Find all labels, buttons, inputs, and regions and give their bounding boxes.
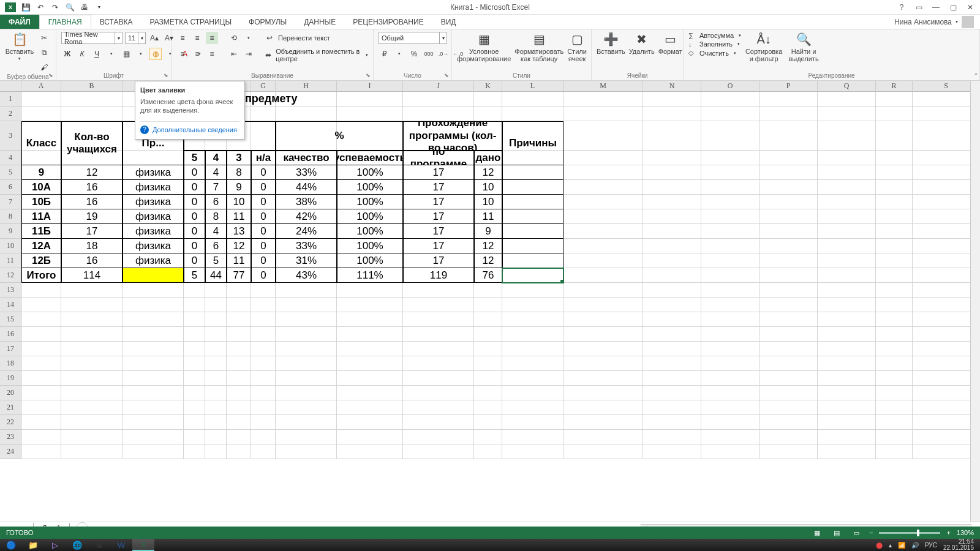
cell[interactable] bbox=[701, 444, 760, 459]
row-header[interactable]: 13 bbox=[0, 283, 21, 298]
table-cell[interactable]: физика bbox=[123, 224, 184, 239]
cell[interactable] bbox=[760, 283, 818, 298]
cell[interactable] bbox=[564, 224, 643, 239]
tab-file[interactable]: ФАЙЛ bbox=[0, 15, 39, 29]
cell[interactable] bbox=[643, 209, 701, 224]
increase-decimal-icon[interactable]: .0→ bbox=[437, 48, 450, 60]
cell[interactable] bbox=[205, 444, 227, 459]
cell[interactable] bbox=[123, 312, 184, 327]
cell[interactable] bbox=[760, 415, 818, 430]
cell[interactable] bbox=[760, 327, 818, 342]
cell[interactable] bbox=[818, 253, 876, 268]
table-cell[interactable]: 17 bbox=[61, 224, 123, 239]
cell[interactable] bbox=[21, 400, 61, 415]
cell[interactable] bbox=[701, 268, 760, 283]
cell[interactable] bbox=[205, 356, 227, 371]
cell[interactable] bbox=[876, 400, 913, 415]
cell[interactable] bbox=[337, 400, 403, 415]
cell[interactable] bbox=[403, 298, 474, 312]
cell[interactable] bbox=[276, 298, 337, 312]
table-cell[interactable]: 8 bbox=[205, 209, 227, 224]
cell[interactable] bbox=[502, 342, 564, 356]
cell[interactable] bbox=[818, 224, 876, 239]
table-cell[interactable]: 4 bbox=[205, 165, 227, 180]
cell[interactable] bbox=[21, 386, 61, 400]
cell[interactable] bbox=[205, 342, 227, 356]
cell[interactable] bbox=[643, 165, 701, 180]
table-cell[interactable]: 12 bbox=[474, 239, 502, 253]
cell[interactable] bbox=[21, 283, 61, 298]
cell[interactable] bbox=[876, 444, 913, 459]
table-cell[interactable]: 6 bbox=[205, 195, 227, 209]
table-cell[interactable]: 16 bbox=[61, 180, 123, 195]
maximize-icon[interactable]: ▢ bbox=[947, 1, 959, 13]
cell[interactable] bbox=[227, 415, 251, 430]
table-cell[interactable]: 17 bbox=[403, 224, 474, 239]
row-header[interactable]: 18 bbox=[0, 356, 21, 371]
increase-indent-icon[interactable]: ⇥ bbox=[243, 48, 255, 60]
cell[interactable] bbox=[643, 430, 701, 444]
cell[interactable] bbox=[502, 107, 564, 121]
cell[interactable] bbox=[205, 298, 227, 312]
cell[interactable] bbox=[760, 386, 818, 400]
row-header[interactable]: 8 bbox=[0, 209, 21, 224]
row-header[interactable]: 12 bbox=[0, 268, 21, 283]
table-cell[interactable]: 33% bbox=[276, 239, 337, 253]
cell[interactable] bbox=[564, 298, 643, 312]
cell[interactable] bbox=[564, 386, 643, 400]
find-select-button[interactable]: 🔍Найти и выделить bbox=[786, 32, 821, 62]
cell[interactable] bbox=[251, 386, 276, 400]
cell[interactable] bbox=[276, 386, 337, 400]
cell[interactable] bbox=[701, 342, 760, 356]
table-total-cell[interactable]: 5 bbox=[184, 268, 205, 283]
cell[interactable] bbox=[403, 371, 474, 386]
cell[interactable] bbox=[251, 298, 276, 312]
row-header[interactable]: 16 bbox=[0, 327, 21, 342]
row-header[interactable]: 9 bbox=[0, 224, 21, 239]
cell[interactable] bbox=[403, 444, 474, 459]
cell[interactable] bbox=[123, 400, 184, 415]
cell[interactable] bbox=[876, 151, 913, 165]
cell[interactable] bbox=[184, 298, 205, 312]
increase-font-icon[interactable]: A▴ bbox=[148, 32, 160, 44]
cell[interactable] bbox=[337, 371, 403, 386]
cell[interactable] bbox=[251, 312, 276, 327]
cell[interactable] bbox=[643, 195, 701, 209]
percent-icon[interactable]: % bbox=[408, 48, 420, 60]
table-header[interactable]: Кол-во учащихся bbox=[61, 121, 123, 165]
cell[interactable] bbox=[227, 386, 251, 400]
cell[interactable] bbox=[701, 356, 760, 371]
save-icon[interactable]: 💾 bbox=[21, 2, 31, 12]
table-total-cell[interactable]: 0 bbox=[251, 268, 276, 283]
tray-notification-icon[interactable]: ⬤ bbox=[876, 542, 883, 549]
table-cell[interactable]: 0 bbox=[251, 253, 276, 268]
cell[interactable] bbox=[502, 312, 564, 327]
table-cell[interactable]: 8 bbox=[227, 165, 251, 180]
cell[interactable] bbox=[205, 312, 227, 327]
cell[interactable] bbox=[818, 180, 876, 195]
table-cell[interactable]: 100% bbox=[337, 253, 403, 268]
autosum-button[interactable]: ∑Автосумма▾ bbox=[688, 32, 741, 39]
cell[interactable] bbox=[701, 107, 760, 121]
cell[interactable] bbox=[276, 430, 337, 444]
cell[interactable] bbox=[123, 444, 184, 459]
cell[interactable] bbox=[876, 415, 913, 430]
cell[interactable] bbox=[701, 400, 760, 415]
clock[interactable]: 21:54 22.01.2015 bbox=[943, 539, 974, 551]
cell[interactable] bbox=[643, 224, 701, 239]
cell[interactable] bbox=[337, 356, 403, 371]
table-cell[interactable]: 6 bbox=[205, 239, 227, 253]
cell[interactable] bbox=[474, 342, 502, 356]
row-header[interactable]: 20 bbox=[0, 386, 21, 400]
tray-volume-icon[interactable]: 🔊 bbox=[911, 542, 919, 549]
cell[interactable] bbox=[227, 342, 251, 356]
cell[interactable] bbox=[818, 283, 876, 298]
cell[interactable] bbox=[403, 283, 474, 298]
sort-filter-button[interactable]: Å↓Сортировка и фильтр bbox=[745, 32, 783, 62]
table-cell[interactable]: 5 bbox=[205, 253, 227, 268]
cell[interactable] bbox=[403, 342, 474, 356]
row-header[interactable]: 6 bbox=[0, 180, 21, 195]
print-icon[interactable]: 🖶 bbox=[80, 2, 89, 12]
cell[interactable] bbox=[643, 268, 701, 283]
table-cell[interactable]: 10А bbox=[21, 180, 61, 195]
